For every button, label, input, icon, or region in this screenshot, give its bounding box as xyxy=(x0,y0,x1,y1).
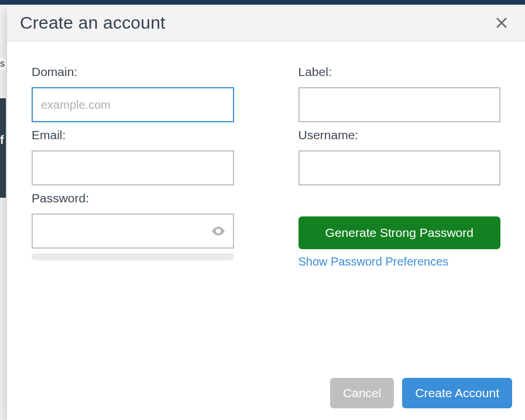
label-label: Label: xyxy=(298,65,501,79)
modal-header: Create an account xyxy=(7,5,525,42)
close-icon xyxy=(495,16,509,30)
eye-icon xyxy=(211,223,226,239)
username-field-group: Username: xyxy=(298,122,501,185)
background-fragment-s: s xyxy=(0,58,6,70)
modal-body: Domain: Label: Email: Username: Password… xyxy=(7,42,525,367)
modal-footer: Cancel Create Account xyxy=(7,367,525,420)
domain-input[interactable] xyxy=(32,87,234,122)
domain-field-group: Domain: xyxy=(32,59,234,122)
label-field-group: Label: xyxy=(298,59,501,122)
username-label: Username: xyxy=(298,128,501,142)
show-password-preferences-link[interactable]: Show Password Preferences xyxy=(298,255,501,268)
password-input[interactable] xyxy=(32,214,234,249)
cancel-button[interactable]: Cancel xyxy=(330,378,394,408)
svg-point-2 xyxy=(217,230,219,232)
email-input[interactable] xyxy=(32,150,234,185)
label-input[interactable] xyxy=(298,87,501,122)
generate-password-button[interactable]: Generate Strong Password xyxy=(298,216,501,249)
background-top-bar xyxy=(0,0,525,5)
modal-title: Create an account xyxy=(20,13,166,33)
username-input[interactable] xyxy=(298,150,501,185)
email-field-group: Email: xyxy=(32,122,234,185)
toggle-password-visibility-button[interactable] xyxy=(211,223,226,239)
domain-label: Domain: xyxy=(32,65,234,79)
email-label: Email: xyxy=(32,128,234,142)
create-account-button[interactable]: Create Account xyxy=(402,378,512,408)
password-field-group: Password: xyxy=(32,185,234,260)
close-button[interactable] xyxy=(492,13,511,32)
generate-password-group: Generate Strong Password Show Password P… xyxy=(298,185,501,268)
password-label: Password: xyxy=(32,191,234,205)
password-strength-bar xyxy=(32,253,234,260)
background-fragment-f: f xyxy=(0,98,6,198)
create-account-modal: Create an account Domain: Label: Email: xyxy=(7,5,525,420)
